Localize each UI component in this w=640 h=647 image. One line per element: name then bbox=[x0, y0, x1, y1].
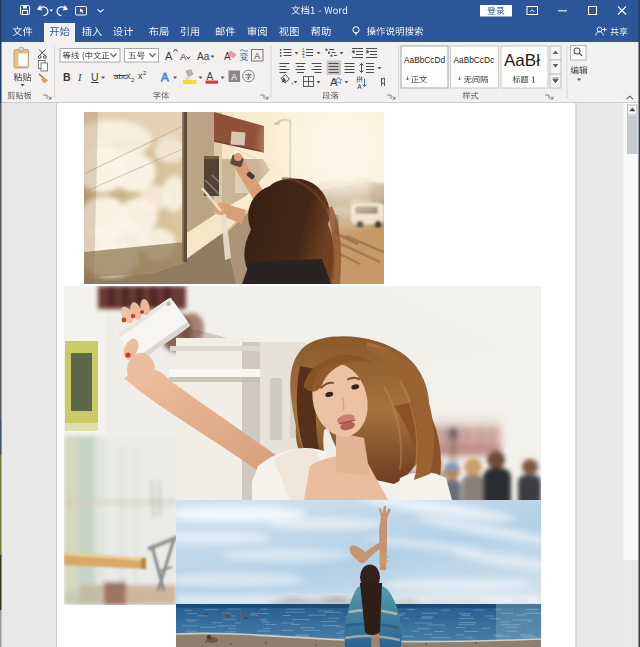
svg-text:A: A bbox=[165, 50, 173, 62]
svg-text:A: A bbox=[180, 51, 187, 62]
svg-text:A: A bbox=[357, 83, 362, 90]
svg-text:AaBł: AaBł bbox=[504, 51, 540, 70]
svg-text:U: U bbox=[91, 71, 99, 83]
svg-text:I: I bbox=[77, 72, 82, 83]
svg-text:A: A bbox=[207, 71, 214, 82]
svg-text:B: B bbox=[63, 71, 71, 83]
svg-text:A: A bbox=[254, 51, 260, 61]
svg-text:A: A bbox=[161, 71, 169, 83]
svg-text:AaBbCcDd: AaBbCcDd bbox=[404, 55, 445, 65]
svg-text:AaBbCcDc: AaBbCcDc bbox=[454, 55, 495, 65]
svg-text:Aa: Aa bbox=[197, 51, 210, 62]
svg-text:abc: abc bbox=[114, 72, 127, 81]
svg-text:A: A bbox=[231, 72, 237, 82]
